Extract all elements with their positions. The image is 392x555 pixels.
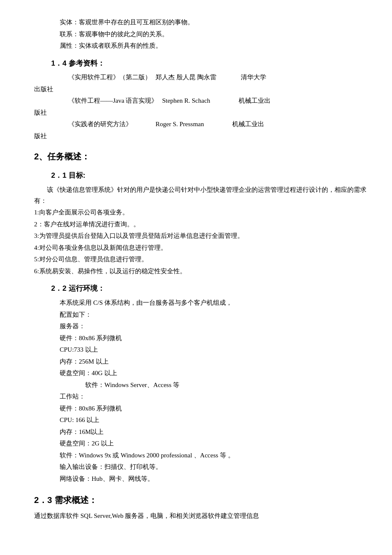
network-devices: 网络设备：Hub、网卡、网线等。 [60, 474, 366, 485]
section-2-2-heading: 2．2 运行环境： [51, 283, 366, 295]
ref1-authors: 郑人杰 殷人昆 陶永雷 [156, 72, 241, 83]
section-1-4-heading: 1．4 参考资料： [51, 58, 366, 70]
ws-cpu: CPU: 166 以上 [60, 415, 366, 426]
ref3-publisher-cont: 版社 [34, 131, 366, 142]
ref3-title: 《实践者的研究方法》 [68, 119, 151, 130]
ref2-publisher-cont: 版社 [34, 107, 366, 119]
item-1: 1:向客户全面展示公司各项业务。 [34, 207, 366, 218]
server-label: 服务器： [60, 321, 366, 332]
section-2-3-heading: 2．3 需求概述： [34, 493, 366, 507]
server-cpu: CPU:733 以上 [60, 344, 366, 356]
section-2-1-para: 该《快递信息管理系统》针对的用户是快递公司针对中小型快递管理企业的运营管理过程进… [34, 185, 366, 206]
workstation-label: 工作站： [60, 391, 366, 402]
ref1-publisher-part: 清华大学 [241, 72, 266, 83]
item-6: 6:系统易安装、易操作性，以及运行的稳定性安全性。 [34, 266, 366, 277]
env-config: 配置如下： [60, 309, 366, 321]
reference-1: 《实用软件工程》（第二版） 郑人杰 殷人昆 陶永雷 清华大学 [68, 72, 366, 83]
ws-hardware: 硬件：80x86 系列微机 [60, 403, 366, 414]
ref2-authors: Stephen R. Schach [162, 95, 239, 107]
definition-attribute: 属性：实体或者联系所具有的性质。 [60, 40, 366, 52]
section-2-2: 2．2 运行环境： 本系统采用 C/S 体系结构，由一台服务器与多个客户机组成，… [34, 283, 366, 484]
section-2-3: 2．3 需求概述： 通过数据库软件 SQL Server,Web 服务器，电脑，… [34, 493, 366, 522]
server-memory: 内存：256M 以上 [60, 356, 366, 367]
server-software: 软件：Windows Server、Access 等 [85, 380, 366, 391]
server-hardware: 硬件：80x86 系列微机 [60, 333, 366, 344]
definition-entity: 实体：客观世界中存在的且可互相区别的事物。 [60, 17, 366, 28]
io-devices: 输入输出设备：扫描仪、打印机等。 [60, 462, 366, 473]
definition-relation: 联系：客观事物中的彼此之间的关系。 [60, 29, 366, 40]
env-intro: 本系统采用 C/S 体系结构，由一台服务器与多个客户机组成， [60, 298, 366, 309]
item-4: 4:对公司各项业务信息以及新闻信息进行管理。 [34, 243, 366, 254]
ref3-publisher-part: 机械工业出 [232, 119, 264, 130]
section-2-heading: 2、任务概述： [34, 149, 366, 164]
reference-3: 《实践者的研究方法》 Roger S. Pressman 机械工业出 [68, 119, 366, 130]
section-2-3-para: 通过数据库软件 SQL Server,Web 服务器，电脑，和相关浏览器软件建立… [34, 511, 366, 522]
ws-software: 软件：Windows 9x 或 Windows 2000 professiona… [60, 450, 366, 461]
item-2: 2：客户在线对运单情况进行查询。。 [34, 219, 366, 230]
definitions-block: 实体：客观世界中存在的且可互相区别的事物。 联系：客观事物中的彼此之间的关系。 … [34, 17, 366, 52]
ref2-title: 《软件工程——Java 语言实现》 [68, 95, 158, 107]
section-1-4: 1．4 参考资料： 《实用软件工程》（第二版） 郑人杰 殷人昆 陶永雷 清华大学… [34, 58, 366, 142]
section-2-1-heading: 2．1 目标: [51, 170, 366, 182]
ref3-authors: Roger S. Pressman [156, 119, 232, 130]
item-3: 3:为管理员提供后台登陆入口以及管理员登陆后对运单信息进行全面管理。 [34, 231, 366, 242]
ref1-publisher-cont: 出版社 [34, 84, 366, 95]
item-5: 5:对分公司信息、管理员信息进行管理。 [34, 254, 366, 265]
ws-memory: 内存：16M以上 [60, 427, 366, 438]
section-2: 2、任务概述： 2．1 目标: 该《快递信息管理系统》针对的用户是快递公司针对中… [34, 149, 366, 521]
server-disk: 硬盘空间：40G 以上 [60, 368, 366, 379]
reference-2: 《软件工程——Java 语言实现》 Stephen R. Schach 机械工业… [68, 95, 366, 107]
ws-disk: 硬盘空间：2G 以上 [60, 438, 366, 449]
ref2-publisher-part: 机械工业出 [239, 95, 271, 107]
section-2-1: 2．1 目标: 该《快递信息管理系统》针对的用户是快递公司针对中小型快递管理企业… [34, 170, 366, 277]
ref1-title: 《实用软件工程》（第二版） [68, 72, 151, 83]
